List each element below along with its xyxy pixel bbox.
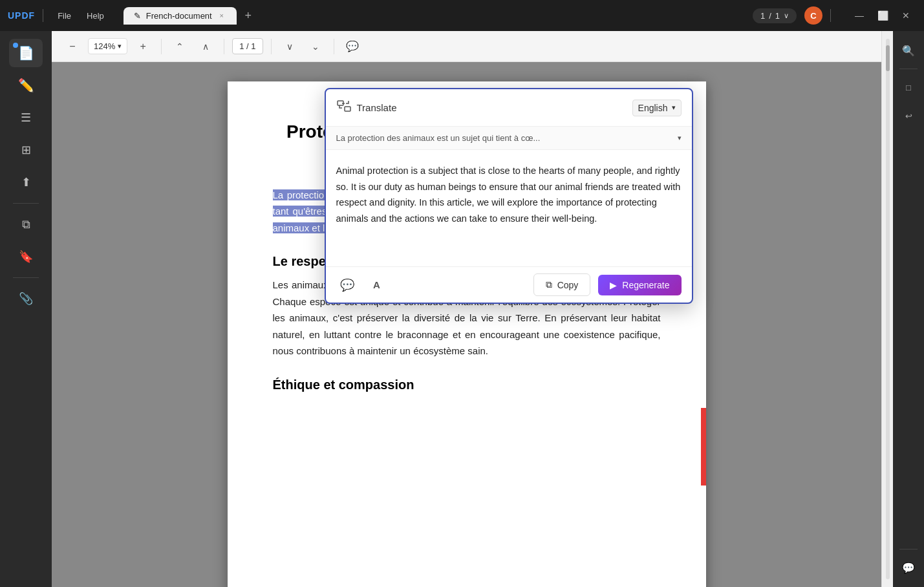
titlebar-menu: File Help	[51, 8, 111, 23]
edit-icon: ✏️	[18, 78, 34, 93]
edit-tool[interactable]: ✏️	[9, 71, 43, 100]
page-number-text: 1 / 1	[239, 41, 255, 51]
export-tool[interactable]: ⬆	[9, 168, 43, 197]
next-bottom-button[interactable]: ⌄	[305, 36, 326, 57]
source-text: La protection des animaux est un sujet q…	[336, 133, 541, 143]
tab-edit-icon: ✎	[134, 11, 141, 21]
section2-heading: Éthique et compassion	[273, 378, 661, 392]
zoom-out-button[interactable]: −	[62, 36, 83, 57]
redact-panel-icon: ↩	[905, 111, 912, 121]
language-label: English	[638, 103, 668, 113]
toolbar-sep-2	[13, 277, 39, 278]
menu-file[interactable]: File	[51, 8, 78, 23]
page-chevron: ∨	[784, 12, 789, 20]
search-panel-button[interactable]: 🔍	[897, 39, 920, 62]
bookmark-tool[interactable]: 🔖	[9, 242, 43, 271]
attachment-tool[interactable]: 📎	[9, 284, 43, 313]
translate-popup: Translate English ▾ La protection des an…	[325, 88, 693, 304]
copy-button[interactable]: ⧉ Copy	[533, 273, 591, 296]
popup-footer: 💬 A ⧉ Copy ▶ Regenerate	[326, 266, 692, 303]
layout-tool[interactable]: ⊞	[9, 136, 43, 164]
zoom-display[interactable]: 124% ▾	[88, 38, 127, 54]
scrollbar-thumb[interactable]	[886, 45, 890, 71]
translation-output: Animal protection is a subject that is c…	[326, 150, 692, 266]
regenerate-icon: ▶	[610, 280, 617, 290]
export-icon: ⬆	[21, 175, 31, 189]
regenerate-button[interactable]: ▶ Regenerate	[598, 275, 681, 295]
page-total: 1	[775, 11, 780, 21]
titlebar-right: 1 / 1 ∨ C — ⬜ ✕	[753, 6, 916, 25]
prev-top-button[interactable]: ⌃	[169, 36, 190, 57]
source-text-bar[interactable]: La protection des animaux est un sujet q…	[326, 127, 692, 150]
svg-rect-1	[345, 107, 350, 111]
page-current: 1	[760, 11, 765, 21]
right-panel: 🔍 □ ↩ 💬	[893, 31, 924, 587]
regenerate-label: Regenerate	[622, 280, 669, 290]
prev-button[interactable]: ∧	[195, 36, 216, 57]
ocr-panel-icon: □	[906, 83, 911, 92]
attachment-icon: 📎	[19, 292, 33, 306]
language-dropdown[interactable]: English ▾	[632, 100, 682, 116]
toolbar-sep-v1	[161, 39, 162, 54]
popup-font-button[interactable]: A	[366, 274, 388, 296]
copy-icon: ⧉	[546, 279, 552, 290]
popup-chat-icon: 💬	[340, 278, 354, 292]
minimize-button[interactable]: —	[849, 6, 870, 25]
tab-close-button[interactable]: ×	[217, 11, 226, 20]
app-logo: UPDF	[8, 10, 35, 21]
layers-tool[interactable]: ⧉	[9, 210, 43, 239]
view-mode-icon: 📄	[18, 45, 34, 61]
active-indicator	[13, 43, 18, 48]
window-controls: — ⬜ ✕	[849, 6, 916, 25]
user-avatar[interactable]: C	[804, 6, 822, 25]
left-toolbar: 📄 ✏️ ☰ ⊞ ⬆ ⧉ 🔖 📎	[0, 31, 52, 587]
red-bar	[701, 408, 706, 486]
comment-panel-icon: 💬	[902, 562, 915, 574]
view-mode-tool[interactable]: 📄	[9, 39, 43, 67]
thumbnail-tool[interactable]: ☰	[9, 103, 43, 132]
layers-icon: ⧉	[22, 218, 30, 231]
zoom-level-text: 124%	[94, 41, 115, 51]
document-page: Protéger les animaux: Un devoir essentie…	[228, 81, 706, 587]
language-chevron-icon: ▾	[672, 103, 676, 112]
page-navigator[interactable]: 1 / 1 ∨	[753, 8, 797, 23]
copy-label: Copy	[557, 280, 579, 290]
menu-help[interactable]: Help	[80, 8, 111, 23]
popup-header: Translate English ▾	[326, 89, 692, 127]
tab-label: French-document	[146, 11, 212, 21]
document-content: Protéger les animaux: Un devoir essentie…	[52, 62, 881, 587]
page-sep: /	[769, 11, 771, 21]
document-toolbar: − 124% ▾ + ⌃ ∧ 1 / 1 ∨ ⌄ 💬	[52, 31, 881, 62]
close-button[interactable]: ✕	[896, 6, 916, 25]
popup-font-icon: A	[373, 279, 380, 290]
right-scrollbar[interactable]	[881, 31, 893, 587]
popup-chat-button[interactable]: 💬	[336, 274, 358, 296]
comment-view-button[interactable]: 💬	[342, 36, 363, 57]
titlebar-divider	[43, 9, 43, 22]
search-panel-icon: 🔍	[902, 45, 915, 57]
tab-area: ✎ French-document × +	[124, 6, 745, 25]
right-panel-sep2	[899, 549, 918, 550]
scrollbar-track[interactable]	[886, 39, 890, 579]
redact-panel-button[interactable]: ↩	[897, 104, 920, 127]
win-sep	[830, 9, 831, 22]
translate-icon	[336, 98, 352, 117]
toolbar-sep-v3	[271, 39, 272, 54]
ocr-panel-button[interactable]: □	[897, 76, 920, 99]
maximize-button[interactable]: ⬜	[872, 6, 893, 25]
tab-french-document[interactable]: ✎ French-document ×	[124, 7, 237, 25]
comment-panel-button[interactable]: 💬	[897, 556, 920, 579]
popup-translate-label: Translate	[357, 102, 627, 113]
toolbar-sep-1	[13, 203, 39, 204]
main-area: 📄 ✏️ ☰ ⊞ ⬆ ⧉ 🔖 📎 − 124%	[0, 31, 924, 587]
toolbar-sep-v4	[334, 39, 334, 54]
thumbnail-icon: ☰	[21, 111, 31, 125]
page-display[interactable]: 1 / 1	[232, 38, 263, 54]
new-tab-button[interactable]: +	[239, 6, 257, 25]
next-button[interactable]: ∨	[279, 36, 300, 57]
document-area: − 124% ▾ + ⌃ ∧ 1 / 1 ∨ ⌄ 💬 Protéger les …	[52, 31, 881, 587]
titlebar: UPDF File Help ✎ French-document × + 1 /…	[0, 0, 924, 31]
zoom-in-button[interactable]: +	[133, 36, 153, 57]
source-chevron-icon: ▾	[678, 134, 682, 142]
toolbar-sep-v2	[224, 39, 224, 54]
